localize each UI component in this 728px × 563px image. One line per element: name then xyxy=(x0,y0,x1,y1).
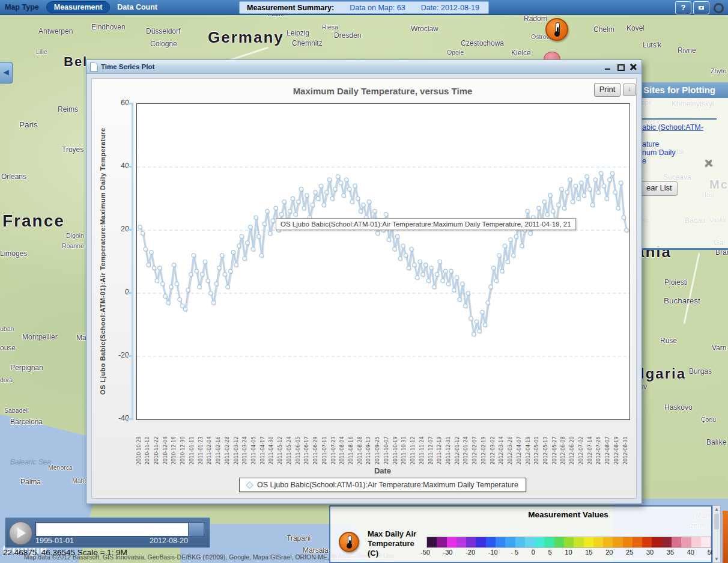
data-point[interactable] xyxy=(441,279,444,282)
data-point[interactable] xyxy=(246,241,249,245)
measure-link[interactable]: e xyxy=(642,157,646,165)
data-point[interactable] xyxy=(395,234,399,238)
settings-gear-icon[interactable] xyxy=(714,3,724,13)
data-point[interactable] xyxy=(387,238,390,242)
data-point[interactable] xyxy=(413,263,416,267)
data-point[interactable] xyxy=(494,279,498,282)
data-point[interactable] xyxy=(610,171,614,175)
data-point[interactable] xyxy=(571,200,574,204)
scroll-down-arrow[interactable]: ▼ xyxy=(714,556,720,562)
data-point[interactable] xyxy=(542,200,546,204)
data-point[interactable] xyxy=(362,203,365,207)
data-point[interactable] xyxy=(509,238,512,242)
data-point[interactable] xyxy=(350,200,354,204)
data-point[interactable] xyxy=(461,282,464,285)
data-point[interactable] xyxy=(503,244,506,248)
data-point[interactable] xyxy=(141,231,145,235)
data-point[interactable] xyxy=(481,310,484,314)
data-point[interactable] xyxy=(625,228,628,232)
play-button[interactable] xyxy=(9,522,32,545)
data-point[interactable] xyxy=(325,190,329,194)
data-point[interactable] xyxy=(565,190,569,194)
data-point[interactable] xyxy=(449,269,453,273)
data-point[interactable] xyxy=(211,301,215,305)
data-point[interactable] xyxy=(551,209,554,213)
data-point[interactable] xyxy=(203,260,207,263)
data-point[interactable] xyxy=(435,272,438,276)
data-point[interactable] xyxy=(231,251,235,254)
data-point[interactable] xyxy=(472,332,475,336)
data-point[interactable] xyxy=(520,244,524,248)
chart-legend[interactable]: OS Ljubo Babic(School:ATM-01):Air Temper… xyxy=(239,478,526,492)
data-point[interactable] xyxy=(432,285,436,288)
data-point[interactable] xyxy=(150,251,153,254)
data-point[interactable] xyxy=(347,187,351,191)
data-point[interactable] xyxy=(585,175,589,178)
data-point[interactable] xyxy=(393,247,396,251)
data-point[interactable] xyxy=(322,203,326,207)
data-point[interactable] xyxy=(579,181,583,184)
data-point[interactable] xyxy=(316,196,320,200)
collapse-panel-button[interactable]: ◀ xyxy=(0,62,13,84)
data-point[interactable] xyxy=(514,234,518,238)
data-point[interactable] xyxy=(458,297,461,301)
data-point[interactable] xyxy=(466,291,470,295)
timeline-handle[interactable] xyxy=(188,522,204,537)
data-point[interactable] xyxy=(590,203,594,207)
data-point[interactable] xyxy=(613,190,617,194)
help-button[interactable]: ? xyxy=(675,1,691,14)
data-point[interactable] xyxy=(330,196,334,200)
tab-measurement[interactable]: Measurement xyxy=(46,1,111,13)
data-point[interactable] xyxy=(274,206,278,210)
data-point[interactable] xyxy=(356,196,359,200)
data-point[interactable] xyxy=(506,260,509,263)
data-point[interactable] xyxy=(463,304,467,308)
data-point[interactable] xyxy=(511,254,515,257)
data-point[interactable] xyxy=(226,285,229,288)
vertical-scrollbar[interactable]: ▲ ▼ xyxy=(712,505,721,563)
window-title-bar[interactable]: Time Series Plot xyxy=(86,60,642,74)
data-point[interactable] xyxy=(169,285,173,288)
data-point[interactable] xyxy=(602,184,605,187)
data-point[interactable] xyxy=(311,203,314,207)
data-point[interactable] xyxy=(248,225,252,229)
data-point[interactable] xyxy=(599,171,602,175)
data-point[interactable] xyxy=(469,317,473,320)
data-point[interactable] xyxy=(418,260,422,263)
data-point[interactable] xyxy=(214,282,218,285)
data-point[interactable] xyxy=(345,178,348,181)
data-point[interactable] xyxy=(155,279,159,282)
data-point[interactable] xyxy=(619,181,622,184)
data-point[interactable] xyxy=(327,178,331,181)
close-button[interactable] xyxy=(629,63,637,70)
data-point[interactable] xyxy=(198,285,201,288)
data-point[interactable] xyxy=(608,178,611,181)
data-point[interactable] xyxy=(265,209,269,213)
data-point[interactable] xyxy=(622,216,625,219)
data-point[interactable] xyxy=(342,193,345,197)
data-point[interactable] xyxy=(220,254,223,257)
data-point[interactable] xyxy=(259,254,263,257)
data-point[interactable] xyxy=(240,234,243,238)
data-point[interactable] xyxy=(596,190,600,194)
data-point[interactable] xyxy=(282,200,286,204)
data-point[interactable] xyxy=(475,320,478,323)
data-point[interactable] xyxy=(404,254,407,257)
data-point[interactable] xyxy=(305,193,309,197)
tab-map-type[interactable]: Map Type xyxy=(0,3,44,11)
data-point[interactable] xyxy=(160,282,164,285)
data-point[interactable] xyxy=(268,231,271,235)
data-point[interactable] xyxy=(557,203,560,207)
data-point[interactable] xyxy=(548,193,552,197)
data-point[interactable] xyxy=(545,213,549,216)
data-point[interactable] xyxy=(574,184,577,187)
data-point[interactable] xyxy=(299,187,303,191)
data-point[interactable] xyxy=(271,219,275,222)
data-point[interactable] xyxy=(186,288,190,292)
minimize-button[interactable] xyxy=(604,63,611,70)
data-point[interactable] xyxy=(582,193,586,197)
data-point[interactable] xyxy=(616,206,620,210)
measure-link[interactable]: ature xyxy=(642,140,660,148)
data-point[interactable] xyxy=(175,282,178,285)
data-point[interactable] xyxy=(452,288,456,292)
